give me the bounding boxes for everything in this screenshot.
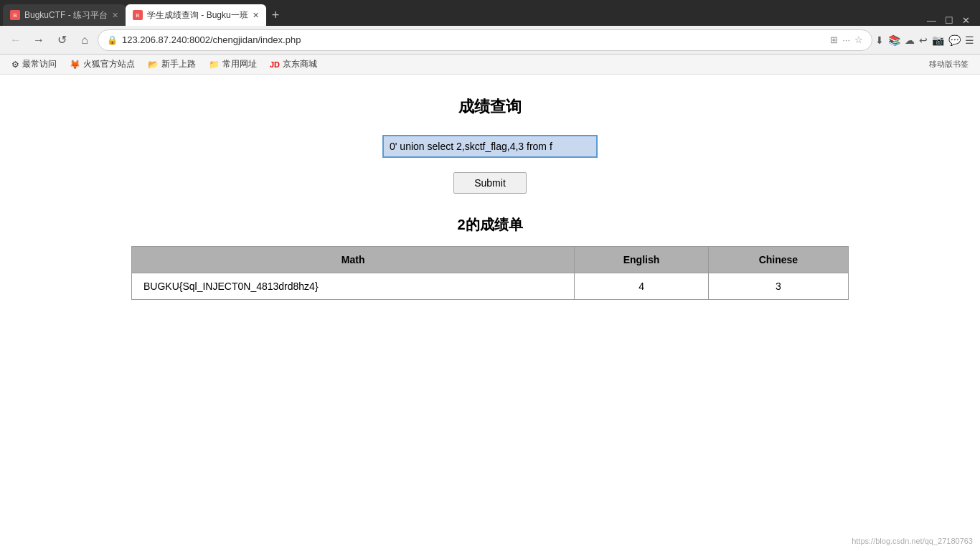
maximize-button[interactable]: ☐ xyxy=(945,15,953,26)
nav-bar: ← → ↺ ⌂ 🔒 ⊞ ··· ☆ ⬇ 📚 ☁ ↩ 📷 💬 ☰ xyxy=(0,26,980,55)
page-content: 成绩查询 Submit 2的成绩单 Math English Chinese B… xyxy=(0,75,980,551)
bookmark-label-jd: 京东商城 xyxy=(283,58,317,70)
refresh-button[interactable]: ↺ xyxy=(52,30,72,50)
reader-mode-icon[interactable]: ⊞ xyxy=(830,34,838,45)
cell-english: 4 xyxy=(575,273,708,300)
close-window-button[interactable]: ✕ xyxy=(962,15,970,26)
lock-icon: 🔒 xyxy=(107,35,118,45)
bookmark-icon-huhu: 🦊 xyxy=(70,60,80,70)
bookmark-icon-jd: JD xyxy=(270,60,280,69)
watermark: https://blog.csdn.net/qq_27180763 xyxy=(852,537,973,545)
col-header-math: Math xyxy=(132,247,575,273)
page-title: 成绩查询 xyxy=(458,96,522,118)
table-row: BUGKU{Sql_INJECT0N_4813drd8hz4} 4 3 xyxy=(132,273,849,300)
sync-icon[interactable]: ☁ xyxy=(905,34,915,46)
download-icon[interactable]: ⬇ xyxy=(875,34,884,46)
bookmark-jingdong[interactable]: JD 京东商城 xyxy=(264,57,323,72)
window-controls: — ☐ ✕ xyxy=(920,15,977,26)
home-button[interactable]: ⌂ xyxy=(75,30,95,50)
col-header-chinese: Chinese xyxy=(708,247,848,273)
result-title: 2的成绩单 xyxy=(457,215,522,235)
tab-title-2: 学生成绩查询 - Bugku一班 xyxy=(147,9,248,22)
col-header-english: English xyxy=(575,247,708,273)
bookmark-icon[interactable]: ☆ xyxy=(854,34,863,45)
tab-close-1[interactable]: ✕ xyxy=(112,11,118,20)
nav-extras: ⬇ 📚 ☁ ↩ 📷 💬 ☰ xyxy=(875,34,974,46)
forward-button[interactable]: → xyxy=(29,30,49,50)
screenshot-icon[interactable]: 📷 xyxy=(932,34,944,46)
cell-math: BUGKU{Sql_INJECT0N_4813drd8hz4} xyxy=(132,273,575,300)
search-input[interactable] xyxy=(382,135,598,158)
bookmark-xinshоu[interactable]: 📂 新手上路 xyxy=(142,57,202,72)
tab-favicon-2: B xyxy=(133,10,143,20)
bookmark-label-zuichang: 最常访问 xyxy=(22,58,57,70)
back-button[interactable]: ← xyxy=(6,30,26,50)
bookmark-icon-xinshou: 📂 xyxy=(148,60,159,70)
bookmark-changyong[interactable]: 📁 常用网址 xyxy=(203,57,263,72)
cell-chinese: 3 xyxy=(708,273,848,300)
submit-button[interactable]: Submit xyxy=(453,172,527,194)
bookmark-label-changyong: 常用网址 xyxy=(222,58,257,70)
minimize-button[interactable]: — xyxy=(927,15,936,26)
address-input[interactable] xyxy=(122,34,826,45)
library-icon[interactable]: 📚 xyxy=(888,34,900,46)
more-icon[interactable]: ··· xyxy=(842,34,850,45)
browser-window: B BugkuCTF - 练习平台 ✕ B 学生成绩查询 - Bugku一班 ✕… xyxy=(0,0,980,551)
tab-title-1: BugkuCTF - 练习平台 xyxy=(24,9,108,22)
tab-chengjidan[interactable]: B 学生成绩查询 - Bugku一班 ✕ xyxy=(126,4,266,26)
menu-icon[interactable]: ☰ xyxy=(965,34,974,46)
address-bar[interactable]: 🔒 ⊞ ··· ☆ xyxy=(98,29,872,51)
bookmark-label-huhu: 火狐官方站点 xyxy=(83,58,135,70)
address-actions: ⊞ ··· ☆ xyxy=(830,34,863,45)
new-tab-button[interactable]: + xyxy=(266,4,286,26)
bookmarks-bar: ⚙ 最常访问 🦊 火狐官方站点 📂 新手上路 📁 常用网址 JD 京东商城 移动… xyxy=(0,55,980,75)
bookmark-zuichang[interactable]: ⚙ 最常访问 xyxy=(6,57,62,72)
bookmark-icon-zuichang: ⚙ xyxy=(11,60,19,70)
undo-icon[interactable]: ↩ xyxy=(919,34,928,46)
tab-favicon-1: B xyxy=(10,10,20,20)
bookmark-icon-changyong: 📁 xyxy=(209,60,220,70)
tab-bugku-ctf[interactable]: B BugkuCTF - 练习平台 ✕ xyxy=(3,4,126,26)
score-table: Math English Chinese BUGKU{Sql_INJECT0N_… xyxy=(131,246,849,300)
chat-icon[interactable]: 💬 xyxy=(948,34,961,46)
tab-bar: B BugkuCTF - 练习平台 ✕ B 学生成绩查询 - Bugku一班 ✕… xyxy=(0,0,980,26)
mobile-bookmark-label[interactable]: 移动版书签 xyxy=(923,59,974,70)
table-header-row: Math English Chinese xyxy=(132,247,849,273)
bookmark-huху[interactable]: 🦊 火狐官方站点 xyxy=(64,57,141,72)
bookmark-label-xinshou: 新手上路 xyxy=(161,58,196,70)
tab-close-2[interactable]: ✕ xyxy=(253,11,259,20)
